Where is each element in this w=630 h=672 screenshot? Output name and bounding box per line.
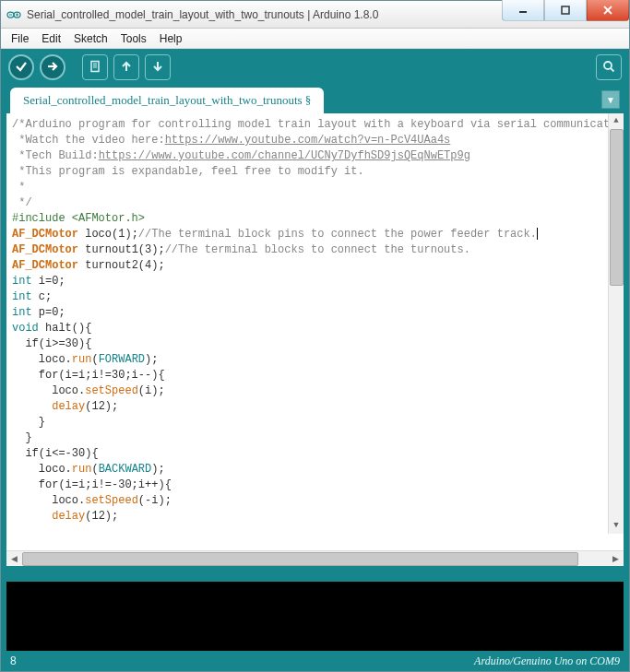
- code-t: loco(1);: [78, 228, 138, 241]
- code-t: int: [12, 275, 32, 288]
- scroll-down-icon[interactable]: ▼: [609, 518, 624, 534]
- svg-rect-6: [562, 6, 569, 14]
- arrow-up-icon: [120, 60, 133, 76]
- code-t: (-i);: [138, 494, 172, 507]
- serial-monitor-button[interactable]: [596, 54, 622, 80]
- code-line: *This program is expandable, feel free t…: [12, 165, 364, 178]
- verify-button[interactable]: [8, 54, 34, 80]
- code-t: AF_DCMotor: [12, 259, 78, 272]
- code-line: *Tech Build:: [12, 149, 99, 162]
- code-t: (i);: [138, 384, 165, 397]
- code-t: setSpeed: [85, 494, 138, 507]
- svg-rect-10: [91, 61, 99, 71]
- tab-menu-button[interactable]: ▼: [601, 90, 620, 109]
- code-link[interactable]: https://www.youtube.com/watch?v=n-PcV4UA…: [165, 134, 451, 147]
- menu-file[interactable]: File: [5, 30, 35, 47]
- code-t: <AFMotor.h>: [65, 212, 145, 225]
- menubar: File Edit Sketch Tools Help: [1, 29, 629, 49]
- code-t: [12, 510, 52, 523]
- console-output[interactable]: [1, 582, 629, 651]
- code-t: run: [72, 353, 92, 366]
- code-t: (: [91, 353, 98, 366]
- sketch-tab[interactable]: Serial_controlled_model_train_layout_wit…: [10, 88, 324, 113]
- chevron-down-icon: ▼: [606, 95, 615, 105]
- svg-line-17: [611, 68, 614, 72]
- code-line: if(i<=-30){: [12, 447, 99, 460]
- code-line: for(i=i;i!=-30;i++){: [12, 478, 172, 491]
- maximize-button[interactable]: [544, 0, 587, 21]
- code-t: AF_DCMotor: [12, 228, 78, 241]
- horizontal-scrollbar[interactable]: ◀ ▶: [6, 550, 624, 566]
- code-t: (12);: [85, 510, 118, 523]
- svg-point-16: [604, 62, 612, 69]
- menu-tools[interactable]: Tools: [114, 30, 153, 47]
- code-t: loco.: [12, 494, 85, 507]
- statusbar: 8 Arduino/Genuino Uno on COM9: [1, 651, 629, 671]
- tab-label: Serial_controlled_model_train_layout_wit…: [23, 93, 311, 107]
- code-t: setSpeed: [85, 384, 138, 397]
- scrollbar-thumb[interactable]: [610, 129, 624, 286]
- open-sketch-button[interactable]: [113, 54, 139, 80]
- tabbar: Serial_controlled_model_train_layout_wit…: [1, 86, 629, 113]
- save-sketch-button[interactable]: [145, 54, 171, 80]
- code-t: delay: [52, 400, 85, 413]
- code-line: for(i=i;i!=30;i--){: [12, 369, 165, 382]
- titlebar[interactable]: Serial_controlled_model_train_layout_wit…: [1, 1, 629, 29]
- code-t: #include: [12, 212, 65, 225]
- minimize-button[interactable]: [502, 0, 544, 21]
- code-t: int: [12, 306, 32, 319]
- code-t: AF_DCMotor: [12, 243, 78, 256]
- code-line: *Watch the video here:: [12, 134, 165, 147]
- scrollbar-thumb[interactable]: [22, 552, 578, 566]
- code-t: );: [145, 353, 158, 366]
- scroll-right-icon[interactable]: ▶: [608, 551, 624, 567]
- code-line: }: [12, 431, 32, 444]
- code-t: loco.: [12, 384, 85, 397]
- check-icon: [15, 60, 28, 76]
- text-cursor: [537, 228, 538, 240]
- toolbar: [1, 49, 629, 86]
- scroll-up-icon[interactable]: ▲: [609, 113, 624, 129]
- arduino-logo-icon: [6, 7, 21, 22]
- code-t: run: [72, 463, 92, 476]
- code-t: //The terminal blocks to connect the tur…: [165, 243, 470, 256]
- menu-edit[interactable]: Edit: [35, 30, 67, 47]
- scroll-left-icon[interactable]: ◀: [6, 551, 22, 567]
- status-line-number: 8: [10, 654, 17, 667]
- arrow-down-icon: [151, 60, 164, 76]
- code-t: int: [12, 290, 32, 303]
- code-t: c;: [32, 290, 53, 303]
- code-t: halt(){: [39, 322, 92, 335]
- code-t: loco.: [12, 353, 72, 366]
- window-title: Serial_controlled_model_train_layout_wit…: [27, 8, 502, 21]
- code-t: FORWARD: [99, 353, 145, 366]
- menu-sketch[interactable]: Sketch: [67, 30, 114, 47]
- code-t: void: [12, 322, 39, 335]
- code-line: /*Arduino program for controlling model …: [12, 118, 624, 131]
- code-t: loco.: [12, 463, 72, 476]
- menu-help[interactable]: Help: [153, 30, 189, 47]
- code-t: turnout2(4);: [78, 259, 165, 272]
- arrow-right-icon: [46, 60, 59, 76]
- code-line: */: [12, 196, 32, 209]
- code-line: if(i>=30){: [12, 337, 91, 350]
- code-link[interactable]: https://www.youtube.com/channel/UCNy7Dyf…: [99, 149, 470, 162]
- code-line: }: [12, 416, 45, 429]
- code-t: delay: [52, 510, 85, 523]
- close-button[interactable]: [587, 0, 629, 21]
- code-t: (: [91, 463, 98, 476]
- upload-button[interactable]: [40, 54, 65, 80]
- window-controls: [502, 1, 629, 28]
- new-sketch-button[interactable]: [82, 54, 108, 80]
- file-icon: [89, 60, 101, 76]
- code-editor[interactable]: /*Arduino program for controlling model …: [6, 113, 624, 550]
- vertical-scrollbar[interactable]: ▲ ▼: [608, 113, 624, 534]
- code-line: *: [12, 181, 25, 194]
- message-bar: [1, 566, 629, 582]
- code-t: p=0;: [32, 306, 65, 319]
- code-t: turnout1(3);: [78, 243, 165, 256]
- editor-area: /*Arduino program for controlling model …: [1, 113, 629, 566]
- code-t: BACKWARD: [99, 463, 152, 476]
- code-t: );: [151, 463, 164, 476]
- code-t: (12);: [85, 400, 118, 413]
